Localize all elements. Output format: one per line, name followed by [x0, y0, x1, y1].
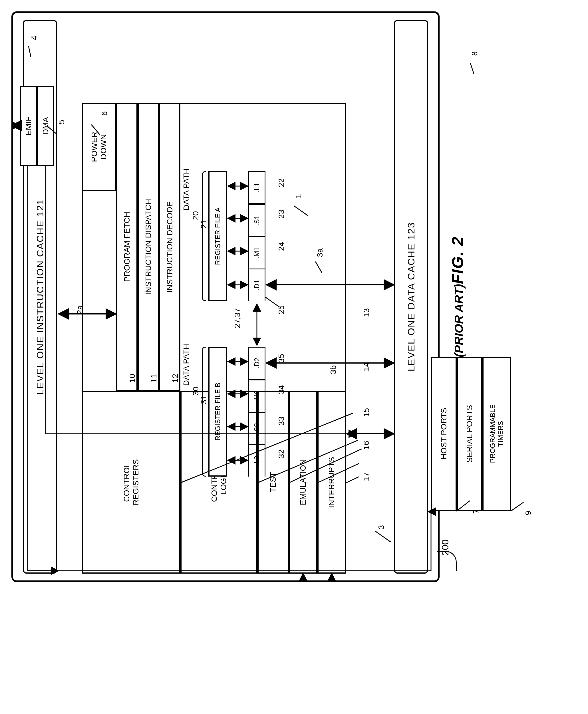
num-instruction-decode: 12: [171, 374, 180, 383]
l1-data-cache: LEVEL ONE DATA CACHE 123: [394, 20, 428, 574]
unit-d1: .D1: [248, 268, 266, 301]
unit-m1: .M1: [248, 236, 266, 268]
num-s1: 23: [277, 210, 286, 219]
programmable-timers: PROGRAMMABLE TIMERS: [482, 357, 511, 511]
emulation: EMULATION: [289, 391, 317, 574]
exchange-label: 27,37: [233, 308, 242, 328]
num-l1d: 3: [377, 525, 386, 529]
num-3a: 3a: [315, 248, 324, 257]
control-registers-label: CONTROL REGISTERS: [122, 459, 141, 505]
num-test: 15: [362, 408, 371, 417]
num-dma: 5: [57, 120, 66, 125]
diagram-root: LEVEL ONE INSTRUCTION CACHE 121 LEVEL ON…: [12, 12, 440, 582]
num-m2: 34: [277, 385, 286, 394]
power-down: POWER DOWN: [82, 103, 116, 191]
num-l2: 32: [277, 450, 286, 458]
l1d-label: LEVEL ONE DATA CACHE 123: [406, 222, 417, 371]
num-l1: 22: [277, 178, 286, 187]
emif-label: EMIF: [24, 116, 33, 135]
num-power-down: 6: [100, 111, 109, 116]
units-b: .D2 .M2 .S2 .L2: [248, 347, 266, 477]
unit-s1: .S1: [248, 204, 266, 236]
host-ports-label: HOST PORTS: [439, 408, 448, 459]
num-d2: 35: [277, 354, 286, 363]
emulation-label: EMULATION: [298, 459, 308, 505]
num-serial-ports: 8: [470, 51, 479, 56]
units-a: .L1 .S1 .M1 .D1: [248, 171, 266, 301]
instruction-decode-label: INSTRUCTION DECODE: [165, 201, 174, 293]
instruction-dispatch-label: INSTRUCTION DISPATCH: [144, 199, 153, 295]
num-2a: 2a: [75, 305, 84, 314]
register-file-b-label: REGISTER FILE B: [214, 383, 222, 440]
program-fetch: PROGRAM FETCH: [116, 103, 138, 391]
control-registers: CONTROL REGISTERS: [82, 391, 181, 574]
instruction-decode: INSTRUCTION DECODE: [159, 103, 181, 391]
num-s2: 33: [277, 417, 286, 426]
host-ports: HOST PORTS: [431, 357, 457, 511]
unit-s2: .S2: [248, 412, 266, 444]
program-fetch-label: PROGRAM FETCH: [123, 212, 131, 282]
num-interrupts: 17: [362, 472, 371, 481]
instruction-dispatch: INSTRUCTION DISPATCH: [138, 103, 159, 391]
num-instruction-dispatch: 11: [149, 374, 159, 383]
l1i-label: LEVEL ONE INSTRUCTION CACHE 121: [35, 199, 46, 395]
dma: DMA: [37, 86, 54, 166]
serial-ports-label: SERIAL PORTS: [465, 405, 474, 462]
register-file-a: REGISTER FILE A: [208, 171, 227, 301]
interrupts: INTERRUPTS: [317, 391, 346, 574]
lead-8: [470, 63, 475, 74]
num-program-fetch: 10: [128, 374, 137, 383]
brace-b: [202, 347, 206, 477]
num-prog-timers: 9: [524, 511, 533, 515]
num-host-ports: 7: [471, 510, 481, 514]
register-file-a-label: REGISTER FILE A: [214, 208, 222, 265]
num-3b: 3b: [329, 365, 338, 374]
dp-b-number: 30: [191, 387, 201, 395]
dp-b-title: DATA PATH: [182, 344, 191, 386]
unit-m2: .M2: [248, 380, 266, 412]
num-core: 1: [294, 194, 303, 199]
num-ctrl-registers: 13: [362, 308, 371, 317]
programmable-timers-label: PROGRAMMABLE TIMERS: [489, 404, 505, 463]
dma-label: DMA: [41, 117, 50, 135]
num-emulation: 16: [362, 441, 371, 450]
lead-9: [510, 502, 524, 512]
register-file-b: REGISTER FILE B: [208, 347, 227, 477]
power-down-label: POWER DOWN: [90, 132, 108, 162]
figure-title-sub: (PRIOR ART): [452, 284, 466, 357]
unit-d2: .D2: [248, 347, 266, 380]
unit-l1: .L1: [248, 171, 266, 204]
dp-a-number: 20: [191, 211, 201, 220]
dp-a-title: DATA PATH: [182, 168, 191, 210]
emif: EMIF: [20, 86, 37, 166]
figure-title-main: FIG. 2: [448, 236, 467, 284]
num-m1: 24: [277, 242, 286, 251]
num-ctrl-logic: 14: [362, 363, 371, 371]
brace-a: [202, 171, 206, 301]
num-emif: 4: [30, 36, 39, 40]
serial-ports: SERIAL PORTS: [457, 357, 482, 511]
